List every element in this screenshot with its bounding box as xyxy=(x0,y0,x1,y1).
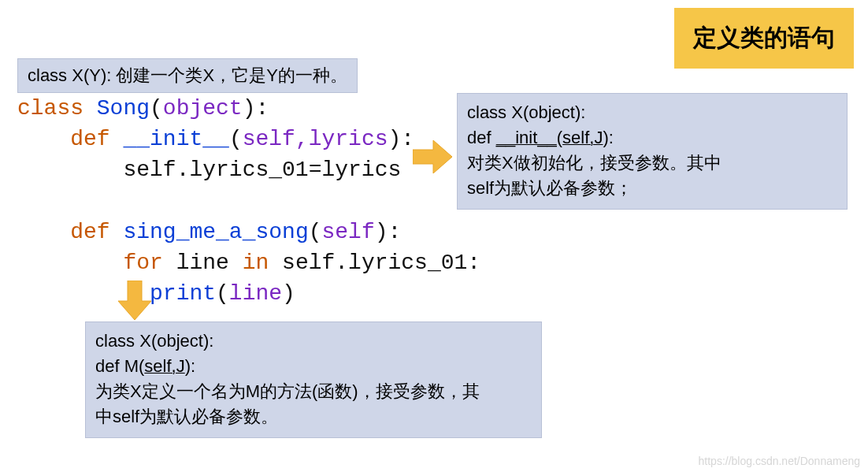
annot-bottom-line3: 为类X定义一个名为M的方法(函数)，接受参数，其 xyxy=(95,379,532,404)
print-arg: line xyxy=(229,281,282,306)
svg-marker-0 xyxy=(413,140,452,173)
print-close: ) xyxy=(282,281,295,306)
init-args: self,lyrics xyxy=(243,127,388,151)
method-name: sing_me_a_song xyxy=(110,220,309,244)
annot-right-line1: class X(object): xyxy=(467,100,837,125)
for-iter: self.lyrics_01: xyxy=(269,251,480,275)
for-var: line xyxy=(163,251,243,275)
page-title: 定义类的语句 xyxy=(674,8,854,69)
paren-close: ): xyxy=(243,96,269,121)
init-paren-open: ( xyxy=(229,127,243,151)
code-block: class Song(object): def __init__(self,ly… xyxy=(17,93,480,309)
annotation-bottom: class X(object): def M(self,J): 为类X定义一个名… xyxy=(85,321,542,438)
annotation-top: class X(Y): 创建一个类X，它是Y的一种。 xyxy=(17,58,358,93)
keyword-class: class xyxy=(17,96,83,121)
print-open: ( xyxy=(216,281,229,306)
keyword-def-1: def xyxy=(70,127,109,151)
annot-right-line3: 对类X做初始化，接受参数。其中 xyxy=(467,151,837,176)
watermark: https://blog.csdn.net/Donnameng xyxy=(699,455,860,467)
title-text: 定义类的语句 xyxy=(693,24,835,50)
method-paren-open: ( xyxy=(309,220,322,244)
paren-open: ( xyxy=(150,96,163,121)
annot-bottom-line2: def M(self,J): xyxy=(95,354,532,379)
init-body: self.lyrics_01=lyrics xyxy=(123,158,401,182)
keyword-for: for xyxy=(123,251,162,275)
class-arg: object xyxy=(163,96,243,121)
arrow-down-icon xyxy=(118,281,151,323)
class-name: Song xyxy=(83,96,150,121)
keyword-def-2: def xyxy=(70,220,109,244)
annot-right-line2: def __init__(self,J): xyxy=(467,125,837,151)
watermark-text: https://blog.csdn.net/Donnameng xyxy=(699,455,860,467)
method-paren-close: ): xyxy=(375,220,402,244)
annotation-top-text: class X(Y): 创建一个类X，它是Y的一种。 xyxy=(28,65,347,85)
annot-bottom-line4: 中self为默认必备参数。 xyxy=(95,404,532,429)
init-paren-close: ): xyxy=(388,127,415,151)
method-args: self xyxy=(322,220,375,244)
print-fn: print xyxy=(150,281,216,306)
annot-bottom-line1: class X(object): xyxy=(95,329,532,354)
annotation-right: class X(object): def __init__(self,J): 对… xyxy=(457,93,848,210)
annot-right-line4: self为默认必备参数； xyxy=(467,176,837,201)
arrow-right-icon xyxy=(413,140,452,177)
init-name: __init__ xyxy=(110,127,229,151)
keyword-in: in xyxy=(243,251,269,275)
svg-marker-1 xyxy=(118,281,151,320)
